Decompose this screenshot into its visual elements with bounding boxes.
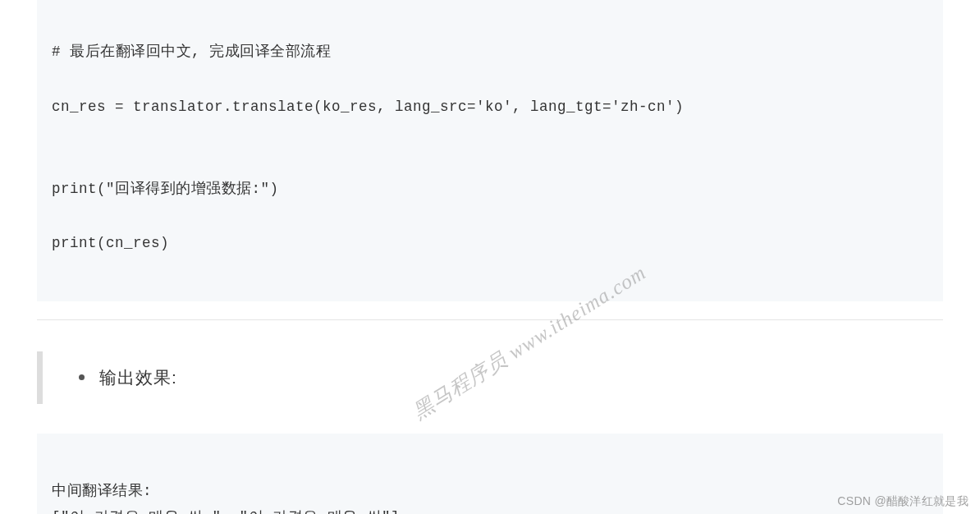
code-line: print(cn_res) bbox=[52, 230, 928, 257]
bullet-dot-icon bbox=[79, 374, 85, 380]
bullet-label: 输出效果: bbox=[99, 366, 177, 389]
code-line: cn_res = translator.translate(ko_res, la… bbox=[52, 94, 928, 121]
code-line: print("回译得到的增强数据:") bbox=[52, 176, 928, 203]
bullet-item: 输出效果: bbox=[76, 366, 943, 389]
output-line: 中间翻译结果: bbox=[52, 483, 152, 499]
section-divider bbox=[37, 319, 943, 320]
attribution-text: CSDN @醋酸洋红就是我 bbox=[837, 494, 969, 509]
output-line: ["이 가격은 매우 싼 ", "이 가격은 매우 싼"] bbox=[52, 509, 400, 514]
code-block: # 最后在翻译回中文, 完成回译全部流程 cn_res = translator… bbox=[37, 0, 943, 301]
output-block: 中间翻译结果: ["이 가격은 매우 싼 ", "이 가격은 매우 싼"] 回译… bbox=[37, 434, 943, 515]
quote-section: 输出效果: bbox=[37, 351, 943, 404]
code-line: # 最后在翻译回中文, 完成回译全部流程 bbox=[52, 39, 928, 66]
